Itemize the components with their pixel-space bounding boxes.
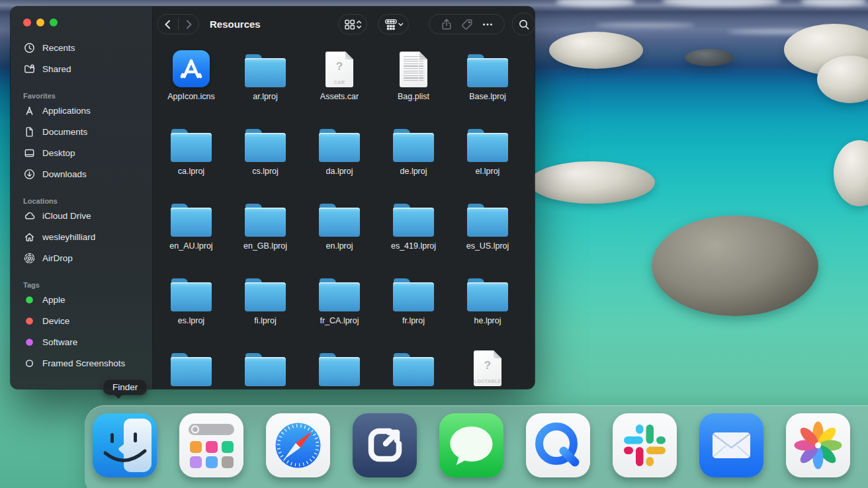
view-grid-icon xyxy=(343,18,362,31)
sidebar-item[interactable]: Shared xyxy=(17,58,146,79)
share-icon[interactable] xyxy=(440,18,453,31)
file-item[interactable]: en_AU.lproj xyxy=(154,194,228,269)
sidebar-item-icon xyxy=(23,210,36,222)
file-item[interactable] xyxy=(302,344,376,389)
close-button[interactable] xyxy=(23,19,31,26)
forward-button[interactable] xyxy=(179,15,198,34)
file-item[interactable]: ca.lproj xyxy=(154,120,228,194)
sidebar-item[interactable]: Framed Screenshots xyxy=(17,352,146,374)
apps-launcher-icon[interactable] xyxy=(179,413,243,477)
safari-icon[interactable] xyxy=(266,413,330,477)
slack-icon[interactable] xyxy=(613,413,677,477)
sidebar-item[interactable]: Recents xyxy=(17,37,146,58)
file-item[interactable]: es.lproj xyxy=(154,269,228,344)
file-name: en_GB.lproj xyxy=(243,241,287,251)
photos-icon[interactable] xyxy=(786,413,850,477)
sidebar-item[interactable]: Tags xyxy=(17,274,146,289)
search-button[interactable] xyxy=(512,13,535,36)
sidebar-list: Recents Shared Favorites xyxy=(11,37,152,374)
file-item[interactable]: AppIcon.icns xyxy=(154,45,228,120)
quicktime-icon[interactable] xyxy=(526,413,590,477)
sidebar-item[interactable]: Desktop xyxy=(17,142,146,163)
file-item[interactable]: en.lproj xyxy=(302,194,376,269)
group-by-button[interactable] xyxy=(378,14,409,34)
file-name: Base.lproj xyxy=(469,92,506,101)
sidebar-item[interactable]: Apple xyxy=(17,289,146,310)
file-item[interactable]: en_GB.lproj xyxy=(228,194,302,269)
unknown-file-glyph: ? xyxy=(326,60,353,73)
folder-icon xyxy=(171,204,212,237)
file-item[interactable]: da.lproj xyxy=(302,120,376,194)
file-item[interactable]: es_US.lproj xyxy=(451,194,525,269)
sidebar-item-icon xyxy=(23,315,36,327)
view-options-button[interactable] xyxy=(338,14,367,34)
messages-icon[interactable] xyxy=(439,413,503,477)
file-item[interactable]: fr.lproj xyxy=(376,269,451,344)
file-name: fi.lproj xyxy=(254,316,276,325)
file-name: fr_CA.lproj xyxy=(320,316,359,325)
mail-envelope xyxy=(699,413,763,477)
file-item[interactable]: he.lproj xyxy=(451,269,525,344)
nav-buttons xyxy=(157,14,199,34)
file-item[interactable]: ? LOCTABLE xyxy=(451,344,525,389)
more-icon[interactable] xyxy=(481,18,494,31)
file-name: es_419.lproj xyxy=(391,241,436,251)
photos-flower xyxy=(786,413,850,477)
file-item[interactable]: cs.lproj xyxy=(228,120,302,194)
sidebar-item-icon xyxy=(23,336,36,348)
file-name: ar.lproj xyxy=(253,92,278,101)
wallpaper-rock xyxy=(652,216,818,316)
file-item[interactable]: Base.lproj xyxy=(451,45,525,120)
wallpaper-rock xyxy=(549,32,643,69)
sidebar-item[interactable]: Documents xyxy=(17,121,146,142)
folder-icon xyxy=(245,54,286,87)
file-name: da.lproj xyxy=(326,167,353,176)
unknown-file-glyph: ? xyxy=(474,359,501,372)
tag-icon[interactable] xyxy=(460,18,474,31)
file-name: Assets.car xyxy=(320,92,359,101)
file-kind-badge: CAR xyxy=(326,80,353,85)
file-item[interactable]: el.lproj xyxy=(451,120,525,194)
sidebar-item[interactable]: Locations xyxy=(17,190,146,205)
forward-chevron-icon xyxy=(182,18,195,31)
file-item[interactable]: Bag.plist xyxy=(376,45,451,120)
mail-icon[interactable] xyxy=(699,413,763,477)
file-item[interactable]: fi.lproj xyxy=(228,269,302,344)
file-item[interactable]: ar.lproj xyxy=(228,45,302,120)
file-kind-badge: LOCTABLE xyxy=(474,379,501,384)
file-item[interactable]: de.lproj xyxy=(376,120,451,194)
sidebar-item-icon xyxy=(23,104,36,117)
file-name: el.lproj xyxy=(476,167,500,176)
sidebar-item-label: Software xyxy=(42,337,77,347)
sidebar-item[interactable]: wesleyhilliard xyxy=(17,226,146,247)
file-item[interactable]: es_419.lproj xyxy=(376,194,451,269)
sidebar-item-label: Device xyxy=(42,316,69,326)
folder-icon xyxy=(245,353,286,386)
sidebar-item[interactable]: Device xyxy=(17,310,146,331)
file-name: Bag.plist xyxy=(398,92,429,101)
frame-app-icon[interactable] xyxy=(353,413,417,477)
back-button[interactable] xyxy=(158,15,178,34)
sidebar-item[interactable]: Applications xyxy=(17,100,146,121)
finder-app-icon[interactable] xyxy=(93,413,157,477)
sidebar-item-label: Shared xyxy=(42,64,71,74)
dock-apps xyxy=(85,405,868,477)
minimize-button[interactable] xyxy=(36,19,44,26)
folder-icon xyxy=(393,129,434,162)
page-fold xyxy=(345,52,353,60)
sidebar-item[interactable]: Favorites xyxy=(17,85,146,100)
window-controls xyxy=(11,19,152,26)
sidebar-item[interactable]: iCloud Drive xyxy=(17,205,146,226)
file-item[interactable]: fr_CA.lproj xyxy=(302,269,376,344)
file-item[interactable]: ? CAR Assets.car xyxy=(302,45,376,120)
file-item[interactable] xyxy=(228,344,302,389)
wallpaper-rock xyxy=(529,161,655,204)
wallpaper-snow xyxy=(801,0,867,6)
sidebar-item-label: Framed Screenshots xyxy=(42,358,125,368)
sidebar-item[interactable]: Software xyxy=(17,331,146,352)
zoom-button[interactable] xyxy=(50,19,58,26)
sidebar-item[interactable]: Downloads xyxy=(17,163,146,184)
file-item[interactable] xyxy=(376,344,451,389)
sidebar-item[interactable]: AirDrop xyxy=(17,247,146,268)
file-item[interactable] xyxy=(154,344,228,389)
